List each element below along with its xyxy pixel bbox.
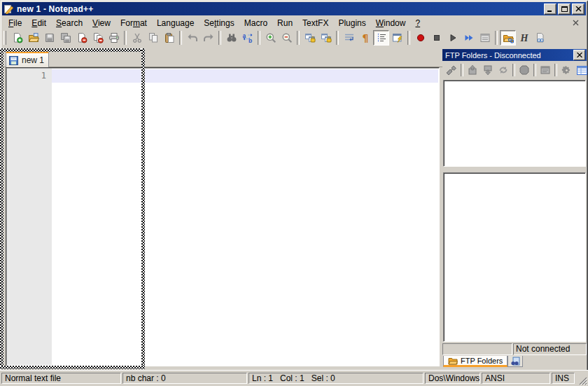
status-doc-type: Normal text file — [1, 373, 121, 384]
ftp-toolbar-separator — [461, 64, 463, 76]
ftp-find-results-tab[interactable] — [507, 356, 523, 367]
menu-format[interactable]: Format — [115, 18, 152, 29]
notepadpp-app-icon — [4, 4, 14, 14]
menu-macro[interactable]: Macro — [239, 18, 272, 29]
line-number-margin[interactable]: 1 — [7, 69, 52, 365]
user-define-dialog-icon[interactable] — [389, 30, 405, 46]
find-icon[interactable] — [223, 30, 239, 46]
menu-file[interactable]: File — [4, 18, 27, 29]
menu-language[interactable]: Language — [152, 18, 199, 29]
toolbar-gripper[interactable] — [4, 31, 6, 45]
close-button[interactable] — [572, 4, 584, 15]
ftp-upload-file-icon[interactable] — [465, 63, 480, 77]
toolbar-separator — [336, 31, 339, 45]
ftp-settings-gear-icon[interactable] — [559, 63, 574, 77]
toolbar-separator — [258, 31, 260, 45]
document-tab-new1[interactable]: new 1 — [6, 51, 49, 67]
notepadpp-window: new 1 - Notepad++ File Edit Search View … — [0, 0, 588, 386]
find-results-icon — [510, 357, 520, 366]
ftp-toolbar — [442, 62, 587, 78]
paste-icon[interactable] — [161, 30, 177, 46]
macro-save-icon[interactable] — [477, 30, 493, 46]
status-length-info: nb char : 0 — [122, 373, 247, 384]
resize-grip[interactable] — [578, 375, 587, 385]
ftp-refresh-icon[interactable] — [496, 63, 511, 77]
toolbar-separator — [297, 31, 300, 45]
zoom-in-icon[interactable] — [262, 30, 279, 46]
ftp-abort-icon[interactable] — [517, 63, 532, 77]
macro-play-icon[interactable] — [444, 30, 461, 46]
save-all-icon[interactable] — [57, 30, 74, 46]
undo-icon[interactable] — [184, 30, 200, 46]
ftp-show-messages-icon[interactable] — [538, 63, 553, 77]
toolbar-separator — [179, 31, 182, 45]
menu-bar: File Edit Search View Format Language Se… — [4, 17, 584, 29]
ftp-panel-title: FTP Folders - Disconnected — [445, 51, 541, 60]
window-title: new 1 - Notepad++ — [17, 4, 93, 14]
copy-icon[interactable] — [145, 30, 161, 46]
svg-text:b: b — [248, 37, 252, 44]
ftp-connect-icon[interactable] — [444, 63, 459, 77]
menu-textfx[interactable]: TextFX — [298, 18, 333, 29]
ftp-bottom-tabs: FTP Folders — [443, 356, 587, 367]
toolbar-separator — [407, 31, 410, 45]
show-all-characters-icon[interactable]: ¶ — [357, 30, 373, 46]
ftp-folders-tree-pane[interactable] — [443, 80, 586, 167]
maximize-button[interactable] — [558, 4, 570, 15]
minimize-button[interactable] — [544, 4, 556, 15]
ftp-folders-panel: FTP Folders - Disconnected Not connected — [442, 49, 587, 367]
menu-help[interactable]: ? — [410, 18, 425, 29]
close-all-icon[interactable] — [90, 30, 106, 46]
saved-file-icon — [9, 56, 18, 65]
macro-record-icon[interactable] — [412, 30, 428, 46]
sync-horizontal-scrolling-icon[interactable] — [318, 30, 334, 46]
ftp-toolbar-separator — [554, 64, 557, 76]
ftp-panel-title-bar[interactable]: FTP Folders - Disconnected — [442, 49, 587, 61]
svg-text:H: H — [519, 33, 528, 43]
editor-pane[interactable]: 1 — [6, 67, 440, 366]
dock-drag-outline-left — [0, 48, 4, 369]
word-wrap-icon[interactable] — [341, 30, 357, 46]
ftp-folders-icon[interactable] — [500, 30, 516, 46]
current-line-highlight — [52, 69, 438, 83]
save-file-icon[interactable] — [41, 30, 57, 46]
zoom-out-icon[interactable] — [279, 30, 295, 46]
ftp-download-file-icon[interactable] — [480, 63, 496, 77]
document-link-icon[interactable] — [532, 30, 548, 46]
ftp-connection-status: Not connected — [513, 343, 587, 355]
show-indent-guide-icon[interactable] — [373, 30, 389, 46]
open-file-icon[interactable] — [25, 30, 41, 46]
print-icon[interactable] — [106, 30, 122, 46]
ftp-toolbar-separator — [533, 64, 536, 76]
status-encoding: ANSI — [482, 373, 550, 384]
macro-stop-icon[interactable] — [428, 30, 444, 46]
sync-vertical-scrolling-icon[interactable] — [302, 30, 318, 46]
ftp-files-pane[interactable] — [443, 172, 586, 342]
new-file-icon[interactable] — [9, 30, 25, 46]
menu-view[interactable]: View — [88, 18, 115, 29]
ftp-properties-table-icon[interactable] — [574, 63, 588, 77]
title-bar[interactable]: new 1 - Notepad++ — [2, 2, 586, 15]
svg-text:¶: ¶ — [362, 32, 368, 43]
close-file-icon[interactable] — [74, 30, 90, 46]
ftp-panel-close-button[interactable] — [573, 50, 585, 60]
menu-edit[interactable]: Edit — [27, 18, 51, 29]
replace-icon[interactable]: ab — [239, 30, 255, 46]
menu-run[interactable]: Run — [272, 18, 298, 29]
menu-settings[interactable]: Settings — [199, 18, 239, 29]
toolbar-separator — [124, 31, 127, 45]
menu-window[interactable]: Window — [371, 18, 411, 29]
ftp-folders-tab[interactable]: FTP Folders — [443, 356, 507, 367]
macro-run-multiple-icon[interactable] — [461, 30, 477, 46]
status-cursor-info: Ln : 1 Col : 1 Sel : 0 — [248, 373, 424, 384]
ftp-toolbar-separator — [512, 64, 515, 76]
textfx-h-icon[interactable]: H — [516, 30, 532, 46]
menu-search[interactable]: Search — [51, 18, 88, 29]
cut-icon[interactable] — [129, 30, 145, 46]
redo-icon[interactable] — [200, 30, 216, 46]
close-document-icon[interactable] — [573, 20, 579, 26]
toolbar-separator — [495, 31, 498, 45]
folder-icon — [448, 357, 458, 365]
menu-plugins[interactable]: Plugins — [333, 18, 370, 29]
document-tab-bar: new 1 — [1, 48, 442, 67]
